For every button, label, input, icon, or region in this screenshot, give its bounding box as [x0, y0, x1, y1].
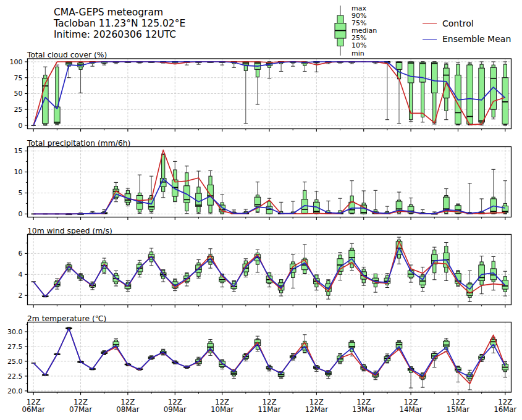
grid-temperature	[28, 322, 511, 393]
svg-text:25.0: 25.0	[7, 358, 23, 366]
chart-title: CMA-GEPS meteogram	[54, 7, 163, 18]
chart-inittime: Initime: 20260306 12UTC	[54, 29, 176, 40]
svg-text:16Mar: 16Mar	[494, 405, 516, 414]
panel-title-wind-speed: 10m wind speed (m/s)	[27, 227, 112, 235]
ensemble-mean-line-swatch	[423, 39, 437, 40]
axis-ticks-wind-speed: 246	[19, 243, 505, 308]
svg-text:5: 5	[19, 189, 23, 197]
svg-text:4: 4	[19, 271, 23, 279]
svg-text:12Mar: 12Mar	[305, 405, 328, 414]
svg-text:14Mar: 14Mar	[399, 405, 422, 414]
panel-title-temperature: 2m temperature (℃)	[27, 314, 106, 323]
svg-text:25: 25	[14, 106, 23, 114]
svg-text:10: 10	[14, 168, 23, 176]
svg-text:0: 0	[19, 210, 23, 218]
svg-text:13Mar: 13Mar	[352, 405, 375, 414]
chart-location: Tacloban 11.23°N 125.02°E	[54, 18, 185, 29]
legend-box-glyph	[335, 6, 346, 56]
panel-cloud-cover: 0255075100	[10, 58, 511, 132]
svg-text:2: 2	[19, 292, 23, 300]
boxplots-temperature	[32, 327, 508, 390]
svg-text:20.0: 20.0	[7, 387, 23, 395]
svg-text:75: 75	[14, 74, 23, 82]
svg-text:22.5: 22.5	[7, 372, 23, 380]
svg-text:11Mar: 11Mar	[258, 405, 280, 414]
svg-text:0: 0	[19, 122, 23, 130]
boxplots-wind-speed	[32, 237, 508, 301]
panel-precipitation: 051015	[14, 147, 511, 220]
svg-text:15Mar: 15Mar	[447, 405, 469, 414]
x-axis-labels: 12Z06Mar12Z07Mar12Z08Mar12Z09Mar12Z10Mar…	[22, 398, 517, 414]
svg-text:100: 100	[10, 58, 23, 66]
svg-text:10Mar: 10Mar	[211, 405, 234, 414]
legend-label-10pct: 10%	[352, 41, 366, 49]
panel-title-precipitation: Total precipitation (mm/6h)	[27, 139, 130, 148]
panel-temperature: 20.022.525.027.530.012Z06Mar12Z07Mar12Z0…	[7, 322, 517, 414]
svg-text:15: 15	[14, 147, 23, 155]
svg-text:6: 6	[19, 250, 23, 258]
axis-ticks-precipitation: 051015	[14, 147, 505, 220]
panel-title-cloud-cover: Total cloud cover (%)	[27, 51, 107, 59]
legend-label-ensemble-mean: Ensemble Mean	[442, 34, 511, 44]
svg-text:07Mar: 07Mar	[69, 405, 92, 414]
control-line-swatch	[423, 23, 437, 24]
legend-label-control: Control	[442, 19, 474, 28]
svg-text:06Mar: 06Mar	[22, 405, 45, 414]
svg-text:30.0: 30.0	[7, 328, 23, 336]
svg-text:50: 50	[14, 90, 23, 98]
legend-label-min: min	[352, 49, 364, 57]
svg-text:08Mar: 08Mar	[116, 405, 139, 414]
panel-wind-speed: 246	[19, 235, 511, 308]
meteogram-page: 025507510005101524620.022.525.027.530.01…	[0, 0, 522, 420]
grid-wind-speed	[28, 235, 511, 305]
svg-text:09Mar: 09Mar	[164, 405, 187, 414]
boxplots-precipitation	[32, 154, 508, 214]
svg-text:27.5: 27.5	[7, 343, 23, 351]
axis-ticks-temperature: 20.022.525.027.530.0	[7, 324, 505, 395]
meteogram-chart: 025507510005101524620.022.525.027.530.01…	[0, 0, 522, 420]
